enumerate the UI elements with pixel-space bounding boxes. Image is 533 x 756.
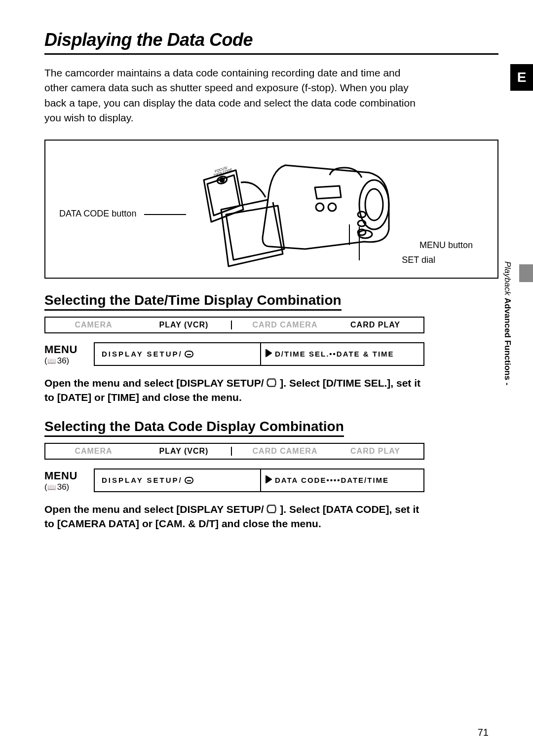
instruction-datetime: Open the menu and select [DISPLAY SETUP/… bbox=[44, 376, 424, 405]
book-icon: 📖 bbox=[47, 483, 56, 491]
data-code-button-label: DATA CODE button bbox=[59, 209, 136, 219]
camcorder-icon: FOCUS/ DATA CODE bbox=[191, 150, 399, 279]
menu-block: MENU (📖36) DISPLAY SETUP/ D/TIME SEL.••D… bbox=[44, 342, 424, 366]
menu-word: MENU bbox=[44, 343, 94, 356]
play-arrow-icon bbox=[265, 475, 272, 485]
menu-path-text: DISPLAY SETUP/ bbox=[102, 350, 183, 358]
mode-play-vcr: PLAY (VCR) bbox=[141, 447, 227, 456]
svg-point-9 bbox=[220, 178, 224, 182]
intro-paragraph: The camcorder maintains a data code cont… bbox=[44, 66, 424, 126]
mode-card-play: CARD PLAY bbox=[332, 447, 419, 456]
mode-row: CAMERA PLAY (VCR) CARD CAMERA CARD PLAY bbox=[44, 443, 424, 460]
menu-path-value: D/TIME SEL.••DATE & TIME bbox=[275, 350, 394, 358]
menu-page-ref: (📖36) bbox=[44, 482, 94, 492]
camcorder-illustration: FOCUS/ DATA CODE DATA CODE button MENU b… bbox=[44, 140, 498, 279]
svg-point-3 bbox=[316, 203, 324, 211]
mode-row: CAMERA PLAY (VCR) CARD CAMERA CARD PLAY bbox=[44, 317, 424, 333]
menu-path-table: DISPLAY SETUP/ D/TIME SEL.••DATE & TIME bbox=[94, 342, 424, 366]
mode-play-vcr: PLAY (VCR) bbox=[141, 321, 227, 329]
callout-line bbox=[359, 227, 360, 260]
page-title: Displaying the Data Code bbox=[44, 30, 498, 50]
svg-point-4 bbox=[328, 203, 336, 211]
menu-path-right: D/TIME SEL.••DATE & TIME bbox=[260, 343, 423, 365]
mode-card-camera: CARD CAMERA bbox=[231, 447, 328, 456]
menu-ref-num: 36 bbox=[57, 482, 67, 492]
svg-point-1 bbox=[365, 189, 383, 220]
mode-card-play: CARD PLAY bbox=[332, 321, 419, 329]
menu-path-table: DISPLAY SETUP/ DATA CODE••••DATE/TIME bbox=[94, 468, 424, 492]
menu-block: MENU (📖36) DISPLAY SETUP/ DATA CODE••••D… bbox=[44, 468, 424, 492]
mode-card-camera: CARD CAMERA bbox=[231, 321, 328, 329]
mode-camera: CAMERA bbox=[50, 321, 137, 329]
side-category: Playback Advanced Functions - bbox=[502, 261, 512, 385]
display-icon bbox=[185, 351, 193, 358]
menu-page-ref: (📖36) bbox=[44, 356, 94, 366]
section-marker bbox=[519, 264, 533, 282]
menu-label: MENU (📖36) bbox=[44, 343, 94, 366]
side-sub: Playback bbox=[503, 261, 512, 295]
mode-camera: CAMERA bbox=[50, 447, 137, 456]
manual-page: E Playback Advanced Functions - Displayi… bbox=[0, 0, 533, 756]
section-heading-datacode: Selecting the Data Code Display Combinat… bbox=[44, 419, 344, 437]
set-dial-label: SET dial bbox=[402, 255, 435, 265]
menu-path-right: DATA CODE••••DATE/TIME bbox=[260, 469, 423, 491]
side-main: Advanced Functions - bbox=[503, 298, 512, 386]
page-number: 71 bbox=[478, 727, 489, 738]
menu-label: MENU (📖36) bbox=[44, 469, 94, 492]
section-heading-datetime: Selecting the Date/Time Display Combinat… bbox=[44, 292, 342, 311]
menu-path-text: DISPLAY SETUP/ bbox=[102, 476, 183, 484]
language-tab: E bbox=[510, 64, 533, 91]
callout-line bbox=[144, 214, 186, 215]
instruction-datacode: Open the menu and select [DISPLAY SETUP/… bbox=[44, 502, 424, 531]
callout-line bbox=[349, 224, 350, 245]
play-arrow-icon bbox=[265, 349, 272, 359]
menu-path-left: DISPLAY SETUP/ bbox=[95, 343, 260, 365]
menu-path-left: DISPLAY SETUP/ bbox=[95, 469, 260, 491]
menu-ref-num: 36 bbox=[57, 356, 67, 365]
menu-button-label: MENU button bbox=[419, 240, 473, 251]
display-icon bbox=[185, 477, 193, 484]
svg-point-0 bbox=[359, 180, 389, 229]
menu-word: MENU bbox=[44, 469, 94, 482]
menu-path-value: DATA CODE••••DATE/TIME bbox=[275, 476, 389, 484]
title-rule bbox=[44, 53, 498, 55]
book-icon: 📖 bbox=[47, 357, 56, 365]
